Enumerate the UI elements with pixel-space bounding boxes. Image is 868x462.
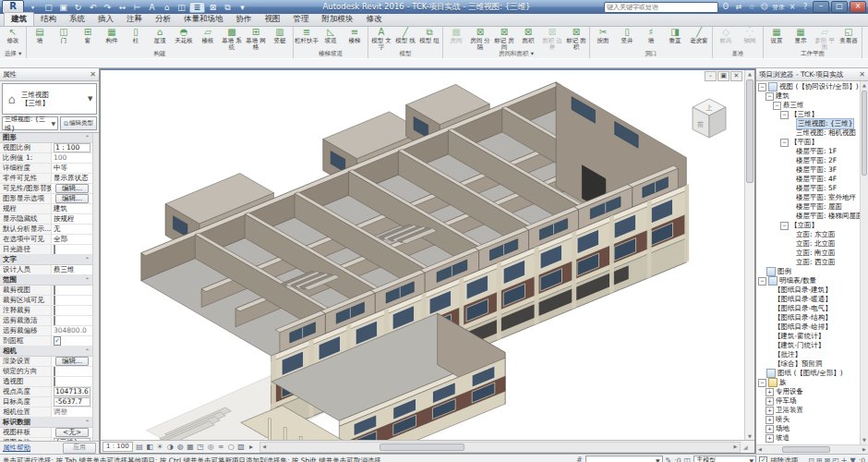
tree-item[interactable]: 立面: 南立面 <box>756 249 860 258</box>
tree-item[interactable]: 【图纸目录-结构】 <box>756 313 860 322</box>
tree-item[interactable]: −【立面】 <box>756 221 860 230</box>
drag-on-selection-icon[interactable]: + <box>841 456 848 462</box>
set-work-plane-button[interactable]: ▦设置 <box>765 27 789 44</box>
scroll-right-icon[interactable]: ▶ <box>731 443 740 451</box>
app-menu-arrow-icon[interactable]: ▾ <box>26 2 40 13</box>
reference-plane-button[interactable]: ▱参照 平面 <box>813 27 837 50</box>
tree-item[interactable]: 楼层平面: 2F <box>756 156 860 165</box>
ribbon-tab-10[interactable]: 管理 <box>287 13 316 26</box>
checkbox[interactable] <box>54 286 55 295</box>
tree-item[interactable]: +喷头 <box>756 415 860 424</box>
grid-button[interactable]: ⁛轴网 <box>738 27 762 44</box>
collapse-icon[interactable]: − <box>758 83 766 91</box>
reveal-hidden-elements-icon[interactable]: ○ <box>226 443 236 451</box>
tree-item[interactable]: −明细表/数量 <box>756 276 860 286</box>
expand-icon[interactable]: + <box>766 397 774 406</box>
tree-item[interactable]: +专用设备 <box>756 387 860 396</box>
ribbon-tab-2[interactable]: 结构 <box>34 13 63 26</box>
select-underlay-icon[interactable]: ⊞ <box>816 456 823 462</box>
model-text-button[interactable]: A模型 文字 <box>369 27 393 50</box>
room-separator-button[interactable]: ⊠房间 分隔 <box>468 27 492 50</box>
building-3d-model[interactable] <box>101 70 745 442</box>
floor-button[interactable]: ▱楼板 <box>196 27 220 44</box>
tree-item[interactable]: 楼层平面: 1F <box>756 147 860 156</box>
switch-windows-icon[interactable]: ⧉ <box>221 2 235 13</box>
scale-button[interactable]: 1 : 100 <box>102 442 133 452</box>
area-button[interactable]: ⊠面积 <box>516 27 540 44</box>
worksets-icon[interactable]: # <box>576 456 583 462</box>
stair-button[interactable]: ≡楼梯 <box>343 27 367 44</box>
curtain-grid-button[interactable]: ⊞幕墙 网格 <box>244 27 268 50</box>
save-icon[interactable]: ▣ <box>56 2 70 13</box>
edit-button[interactable]: 编辑... <box>55 184 89 193</box>
component-button[interactable]: ▦构件 <box>100 27 124 44</box>
default-3d-view-icon[interactable]: ⌂ <box>160 2 174 13</box>
collapse-icon[interactable]: − <box>758 379 766 387</box>
collapse-icon[interactable]: − <box>758 277 766 286</box>
wall-opening-button[interactable]: ♯墙 <box>639 27 663 44</box>
tree-item[interactable]: 【图纸目录-建筑】 <box>756 286 860 295</box>
roof-button[interactable]: ⌂屋顶 <box>148 27 172 44</box>
tree-item[interactable]: 楼层平面: 3F <box>756 165 860 175</box>
ramp-button[interactable]: ◺坡道 <box>319 27 343 44</box>
tag-room-button[interactable]: ⊠标记 房间 <box>492 27 516 50</box>
measure-icon[interactable]: ↔ <box>115 2 129 13</box>
property-group-图形[interactable]: 图形⌃ <box>0 133 92 143</box>
door-button[interactable]: ◫门 <box>52 27 76 44</box>
expand-icon[interactable]: + <box>766 407 774 415</box>
tree-item[interactable]: 【综合】预留洞 <box>756 359 860 369</box>
browser-horizontal-scrollbar[interactable]: ◀ ▶ <box>756 444 868 454</box>
checkbox[interactable] <box>54 316 55 325</box>
tag-area-button[interactable]: ⊠标记 面积 <box>564 27 588 50</box>
browser-scroll-up-icon[interactable]: ▲ <box>861 81 868 90</box>
ceiling-button[interactable]: ◓天花板 <box>172 27 196 44</box>
value-input[interactable]: 1 : 100 <box>54 143 90 152</box>
favorites-icon[interactable]: ☆ <box>746 3 757 11</box>
temporary-hide-isolate-icon[interactable]: ∞ <box>216 443 226 451</box>
search-input[interactable] <box>604 2 718 13</box>
shadows-icon[interactable]: ◑ <box>165 443 175 451</box>
browser-scroll-right-icon[interactable]: ▶ <box>861 445 868 454</box>
tree-item[interactable]: 楼层平面: 室外地坪 <box>756 193 860 202</box>
ribbon-tab-1[interactable]: 建筑 <box>4 12 34 26</box>
ribbon-tab-9[interactable]: 视图 <box>259 13 287 26</box>
tree-item[interactable]: +卫浴装置 <box>756 406 860 415</box>
exclude-options-checkbox[interactable]: ✓ <box>759 456 767 462</box>
tree-item[interactable]: +停车场 <box>756 396 860 406</box>
tree-item[interactable]: +场地 <box>756 424 860 433</box>
drawing-area[interactable]: – ▣ ✕ 上 前 ▲ ▼ 1 : 100 ▤◧☀◑◍▦◳◎∞○▧▸ <box>100 68 755 454</box>
type-selector[interactable]: ⌂ 三维视图【三维】 ▼ <box>2 83 97 115</box>
edit-button[interactable]: 编辑... <box>55 357 89 366</box>
sun-path-icon[interactable]: ☀ <box>155 443 165 451</box>
window-button[interactable]: ⊞窗 <box>76 27 100 44</box>
ribbon-tab-6[interactable]: 分析 <box>149 13 177 26</box>
value-input[interactable]: -5637.7 <box>54 397 90 407</box>
dormer-opening-button[interactable]: ╱老虎窗 <box>687 27 711 44</box>
tree-item[interactable]: 【图纸目录-给排】 <box>756 322 860 332</box>
tree-item[interactable]: −族 <box>756 378 860 387</box>
tree-item[interactable]: 三维视图: 相机视图 <box>756 128 860 138</box>
tree-item[interactable]: 【建筑-窗统计】 <box>756 332 860 341</box>
browser-scroll-left-icon[interactable]: ◀ <box>756 445 764 454</box>
tree-item[interactable]: 图纸 (【图纸/全部】) <box>756 369 860 378</box>
select-by-face-icon[interactable]: ◰ <box>832 456 839 462</box>
project-browser-close-icon[interactable]: ✕ <box>859 70 865 79</box>
properties-scrollbar[interactable] <box>92 133 99 441</box>
redo-icon[interactable]: ↷ <box>101 2 115 13</box>
ribbon-tab-5[interactable]: 注释 <box>120 13 149 26</box>
customize-qat-icon[interactable]: ▾ <box>235 2 249 13</box>
select-pinned-icon[interactable]: ⊠ <box>825 456 831 462</box>
tree-item[interactable]: 楼层平面: 楼梯间屋面 <box>756 212 860 221</box>
mullion-button[interactable]: ▥竖梃 <box>268 27 292 44</box>
temporary-view-properties-icon[interactable]: ▧ <box>236 443 247 451</box>
expand-icon[interactable]: + <box>766 416 774 424</box>
collapse-icon[interactable]: − <box>780 139 789 147</box>
editing-requests-icon[interactable]: ✎ <box>666 456 672 462</box>
room-button[interactable]: ▩房间 <box>444 27 468 44</box>
aligned-dimension-icon[interactable]: ⊢ <box>130 2 144 13</box>
wall-button[interactable]: ▤墙 <box>28 27 52 44</box>
browser-scroll-down-icon[interactable]: ▼ <box>861 436 868 444</box>
sync-with-central-icon[interactable]: ↻ <box>71 2 85 13</box>
tree-item[interactable]: 【图纸目录-暖通】 <box>756 295 860 304</box>
visual-style-icon[interactable]: ◧ <box>145 443 155 451</box>
